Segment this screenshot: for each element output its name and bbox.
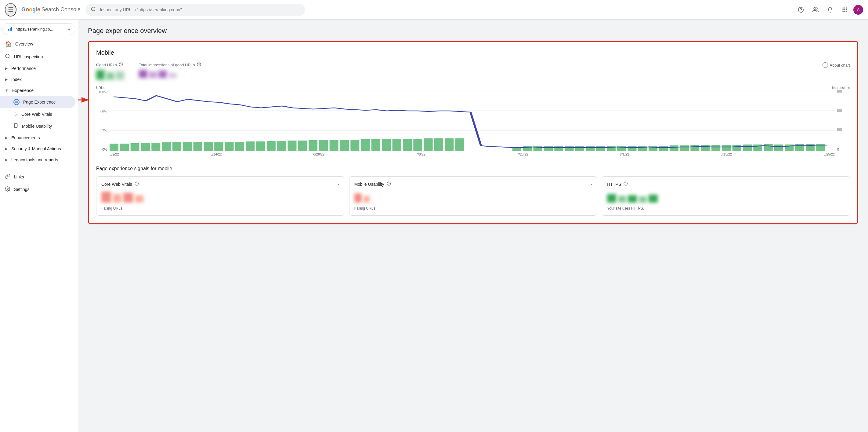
impressions-label-top [837, 90, 850, 92]
sidebar-item-label: Settings [14, 187, 30, 192]
total-impressions-label: Total impressions of good URLs [139, 62, 201, 67]
page-title: Page experience overview [88, 27, 858, 35]
y-axis-right: 0 [835, 90, 850, 151]
layout: https://seranking.co... ▾ 🏠 Overview URL… [0, 20, 868, 432]
svg-point-21 [7, 188, 8, 190]
sidebar-item-label: Performance [11, 66, 36, 71]
svg-rect-74 [596, 146, 605, 151]
sidebar-item-performance[interactable]: ▶ Performance [0, 63, 78, 74]
svg-rect-43 [225, 142, 234, 151]
good-urls-help-icon[interactable] [119, 62, 123, 67]
topbar: ☰ Google Search Console A [0, 0, 868, 20]
svg-rect-71 [565, 146, 574, 151]
x-label-3: 6/26/22 [313, 152, 324, 156]
help-icon[interactable] [387, 181, 391, 187]
svg-rect-48 [277, 141, 286, 151]
arrow-right-icon[interactable]: › [338, 182, 339, 187]
chevron-down-icon: ▼ [5, 88, 8, 92]
sidebar: https://seranking.co... ▾ 🏠 Overview URL… [0, 20, 78, 432]
about-chart-button[interactable]: i About chart [823, 62, 850, 68]
people-button[interactable] [809, 4, 822, 16]
sidebar-item-experience[interactable]: ▼ Experience [0, 85, 78, 96]
x-axis-labels: 6/2/22 6/14/22 6/26/22 7/8/22 7/20/22 8/… [110, 152, 835, 156]
menu-button[interactable]: ☰ [5, 3, 17, 17]
svg-rect-83 [690, 145, 699, 151]
x-label-6: 8/1/22 [620, 152, 629, 156]
svg-rect-39 [183, 142, 192, 151]
sidebar-item-legacy-tools[interactable]: ▶ Legacy tools and reports [0, 154, 78, 165]
impressions-help-icon[interactable] [197, 62, 201, 67]
mu-sub-label: Failing URLs [354, 206, 592, 210]
help-icon[interactable] [134, 181, 139, 187]
sidebar-item-mobile-usability[interactable]: Mobile Usability [0, 120, 75, 132]
red-arrow-1 [78, 20, 83, 48]
sidebar-item-security-manual[interactable]: ▶ Security & Manual Actions [0, 143, 78, 154]
svg-rect-87 [733, 145, 741, 151]
signal-card-header-cwv: Core Web Vitals › [101, 181, 339, 187]
arrow-right-icon[interactable]: › [591, 182, 592, 187]
impressions-axis-label: Impressions [832, 86, 850, 89]
notifications-button[interactable] [824, 4, 836, 16]
impressions-bars [139, 70, 201, 78]
sidebar-item-label: URL inspection [14, 54, 43, 59]
svg-rect-41 [204, 142, 213, 151]
about-chart-label: About chart [830, 63, 850, 67]
sidebar-item-core-web-vitals[interactable]: ◎ Core Web Vitals [0, 108, 75, 120]
chart-wrapper: 100% 66% 33% 0% [96, 90, 850, 151]
svg-rect-54 [340, 140, 349, 151]
svg-rect-45 [246, 141, 254, 151]
sidebar-divider [0, 168, 78, 168]
svg-point-0 [91, 7, 95, 11]
chevron-right-icon: ▶ [5, 66, 8, 70]
chevron-right-icon: ▶ [5, 136, 8, 140]
svg-rect-36 [151, 143, 160, 151]
svg-rect-42 [214, 142, 223, 151]
svg-rect-52 [319, 140, 328, 151]
sidebar-item-enhancements[interactable]: ▶ Enhancements [0, 132, 78, 143]
sidebar-item-settings[interactable]: Settings [0, 183, 75, 196]
apps-button[interactable] [839, 4, 851, 16]
svg-rect-91 [774, 145, 783, 151]
help-button[interactable] [795, 4, 807, 16]
svg-rect-81 [670, 145, 679, 151]
impressions-label-0: 0 [837, 148, 850, 151]
svg-rect-14 [8, 29, 9, 31]
sidebar-item-url-inspection[interactable]: URL inspection [0, 50, 75, 63]
sidebar-item-overview[interactable]: 🏠 Overview [0, 37, 75, 50]
good-urls-label: Good URLs [96, 62, 124, 67]
chevron-right-icon: ▶ [5, 147, 8, 151]
home-icon: 🏠 [5, 40, 11, 47]
links-icon [5, 174, 10, 180]
google-logo: Google [21, 6, 40, 13]
svg-rect-49 [287, 141, 296, 151]
sidebar-item-page-experience[interactable]: ⊕ Page Experience [0, 96, 75, 108]
sidebar-item-label: Experience [12, 88, 34, 93]
sidebar-item-label: Mobile Usability [22, 124, 52, 128]
svg-line-1 [95, 10, 96, 11]
sidebar-item-label: Legacy tools and reports [11, 157, 58, 162]
signal-card-mobile-usability: Mobile Usability › Failing URLs [349, 176, 597, 216]
svg-rect-64 [445, 138, 454, 151]
page-experience-icon: ⊕ [13, 99, 20, 105]
help-icon[interactable] [623, 181, 628, 187]
total-impressions-stat: Total impressions of good URLs [139, 62, 201, 78]
page-experience-card: Mobile Good URLs [88, 41, 858, 224]
site-selector[interactable]: https://seranking.co... ▾ [2, 23, 75, 35]
svg-rect-93 [795, 144, 804, 151]
svg-rect-53 [330, 140, 338, 151]
sidebar-item-index[interactable]: ▶ Index [0, 74, 78, 85]
signals-cards: Core Web Vitals › Failing UR [96, 176, 850, 216]
x-label-8: 8/25/22 [824, 152, 835, 156]
x-label-1: 6/2/22 [110, 152, 119, 156]
avatar[interactable]: A [854, 5, 863, 15]
app-name-label: Search Console [41, 6, 81, 13]
topbar-actions: A [795, 4, 863, 16]
cwv-bars [101, 190, 339, 203]
red-arrow-2 [78, 94, 95, 106]
search-bar[interactable] [86, 4, 305, 16]
sidebar-item-label: Page Experience [23, 99, 56, 105]
svg-rect-69 [544, 146, 553, 151]
svg-rect-62 [424, 138, 433, 151]
search-input[interactable] [100, 7, 300, 12]
sidebar-item-links[interactable]: Links [0, 171, 75, 183]
